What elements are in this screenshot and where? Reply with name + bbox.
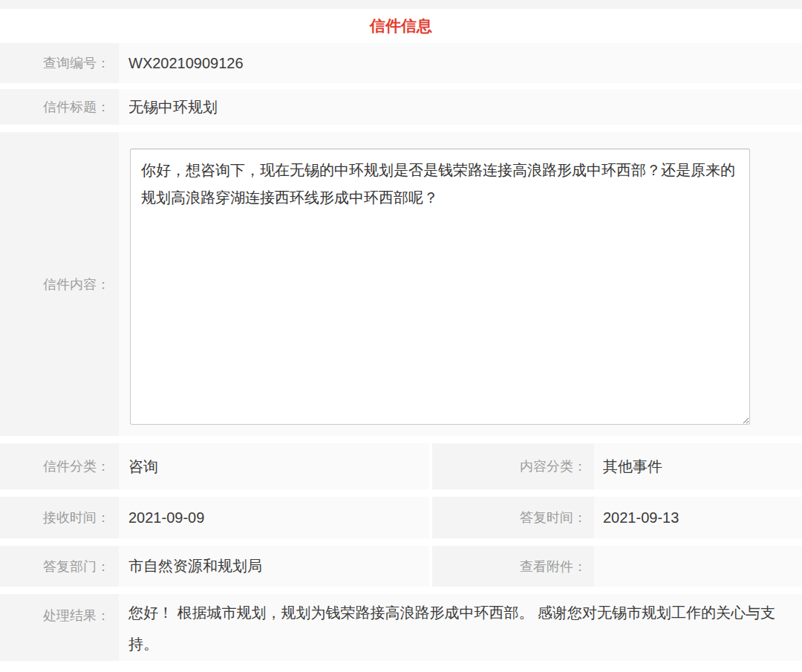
row-letter-category: 信件分类： 咨询 内容分类： 其他事件 xyxy=(0,443,802,489)
row-query-number: 查询编号： WX20210909126 xyxy=(0,43,802,83)
reply-time-value: 2021-09-13 xyxy=(594,497,802,538)
view-attachment-label: 查看附件： xyxy=(432,546,594,587)
content-category-label: 内容分类： xyxy=(432,443,594,489)
letter-title-value: 无锡中环规划 xyxy=(119,89,802,125)
page-title-bar: 信件信息 xyxy=(0,9,802,43)
content-category-value: 其他事件 xyxy=(594,443,802,489)
result-value: 您好！ 根据城市规划，规划为钱荣路接高浪路形成中环西部。 感谢您对无锡市规划工作… xyxy=(119,594,802,661)
letter-content-textarea[interactable]: 你好，想咨询下，现在无锡的中环规划是否是钱荣路连接高浪路形成中环西部？还是原来的… xyxy=(130,149,750,425)
letter-category-label: 信件分类： xyxy=(0,443,119,489)
view-attachment-value xyxy=(594,546,802,587)
row-reply-department: 答复部门： 市自然资源和规划局 查看附件： xyxy=(0,546,802,587)
reply-department-value: 市自然资源和规划局 xyxy=(119,546,429,587)
page-title: 信件信息 xyxy=(370,16,432,36)
letter-category-value: 咨询 xyxy=(119,443,429,489)
top-strip xyxy=(0,0,802,9)
row-letter-title: 信件标题： 无锡中环规划 xyxy=(0,89,802,125)
reply-department-label: 答复部门： xyxy=(0,546,119,587)
row-result: 处理结果： 您好！ 根据城市规划，规划为钱荣路接高浪路形成中环西部。 感谢您对无… xyxy=(0,594,802,661)
row-receive-time: 接收时间： 2021-09-09 答复时间： 2021-09-13 xyxy=(0,497,802,538)
letter-content-value-area: 你好，想咨询下，现在无锡的中环规划是否是钱荣路连接高浪路形成中环西部？还是原来的… xyxy=(119,132,802,436)
query-number-label: 查询编号： xyxy=(0,43,119,83)
row-letter-content: 信件内容： 你好，想咨询下，现在无锡的中环规划是否是钱荣路连接高浪路形成中环西部… xyxy=(0,132,802,436)
result-label: 处理结果： xyxy=(0,594,119,661)
letter-content-label: 信件内容： xyxy=(0,132,119,436)
receive-time-label: 接收时间： xyxy=(0,497,119,538)
letter-title-label: 信件标题： xyxy=(0,89,119,125)
reply-time-label: 答复时间： xyxy=(432,497,594,538)
letter-info-page: 信件信息 查询编号： WX20210909126 信件标题： 无锡中环规划 信件… xyxy=(0,0,802,661)
query-number-value: WX20210909126 xyxy=(119,43,802,83)
receive-time-value: 2021-09-09 xyxy=(119,497,429,538)
